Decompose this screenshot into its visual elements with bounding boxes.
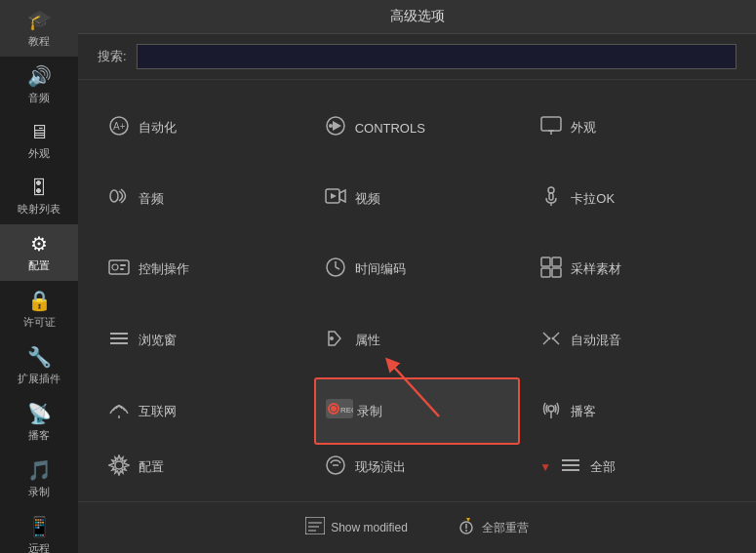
grid-item-automix[interactable]: 自动混音 bbox=[530, 307, 736, 375]
controls-icon bbox=[324, 115, 347, 141]
grid-item-broadcaster[interactable]: 播客 bbox=[530, 377, 736, 445]
broadcaster-label: 播客 bbox=[571, 403, 596, 420]
automation-label: 自动化 bbox=[139, 119, 177, 137]
sidebar-label-audio: 音频 bbox=[28, 91, 50, 105]
svg-point-18 bbox=[112, 264, 118, 270]
timecode-label: 时间编码 bbox=[355, 260, 406, 278]
sidebar-item-record[interactable]: 🎵 录制 bbox=[0, 451, 78, 507]
svg-point-42 bbox=[548, 406, 554, 412]
all-icon bbox=[559, 454, 582, 481]
config2-icon bbox=[107, 454, 131, 481]
svg-line-35 bbox=[552, 333, 559, 339]
svg-rect-24 bbox=[541, 257, 550, 266]
control-ops-label: 控制操作 bbox=[139, 260, 189, 278]
reset-all-label: 全部重营 bbox=[482, 520, 529, 536]
appearance2-label: 外观 bbox=[571, 119, 596, 137]
grid-item-automation[interactable]: A+ 自动化 bbox=[98, 95, 304, 162]
mapping-icon: 🎛 bbox=[29, 177, 49, 199]
config-icon: ⚙ bbox=[30, 232, 48, 256]
sample-label: 采样素材 bbox=[571, 260, 621, 278]
audio2-label: 音频 bbox=[139, 190, 164, 208]
show-modified-label: Show modified bbox=[331, 521, 408, 534]
svg-rect-25 bbox=[552, 257, 561, 266]
page-title: 高级选项 bbox=[390, 8, 445, 23]
sidebar-label-license: 许可证 bbox=[23, 315, 56, 330]
grid-item-config[interactable]: 配置 bbox=[98, 449, 304, 487]
svg-point-31 bbox=[330, 336, 334, 340]
grid-item-appearance[interactable]: 外观 bbox=[530, 95, 736, 162]
grid-item-sample[interactable]: 采样素材 bbox=[530, 236, 736, 303]
grid-item-video[interactable]: 视频 bbox=[314, 166, 521, 233]
grid-item-audio[interactable]: 音频 bbox=[98, 166, 304, 233]
svg-rect-19 bbox=[120, 264, 126, 266]
svg-marker-13 bbox=[331, 193, 337, 199]
broadcast-icon: 📡 bbox=[27, 402, 52, 425]
svg-point-55 bbox=[465, 530, 467, 532]
svg-line-23 bbox=[336, 267, 339, 269]
svg-point-6 bbox=[329, 124, 333, 128]
grid-item-properties[interactable]: 属性 bbox=[314, 307, 521, 375]
content-wrapper: A+ 自动化 CONTROLS 外观 音频 bbox=[78, 80, 756, 501]
svg-rect-49 bbox=[305, 517, 325, 534]
grid-item-all[interactable]: ▼ 全部 bbox=[530, 449, 736, 487]
bottom-bar: Show modified 全部重营 bbox=[78, 501, 756, 553]
show-modified-button[interactable]: Show modified bbox=[296, 513, 418, 542]
automix-label: 自动混音 bbox=[571, 332, 621, 349]
video-label: 视频 bbox=[355, 190, 380, 208]
sidebar-item-config[interactable]: ⚙ 配置 bbox=[0, 224, 78, 281]
sidebar-item-mapping[interactable]: 🎛 映射列表 bbox=[0, 169, 78, 224]
broadcaster-icon bbox=[539, 398, 563, 424]
svg-marker-12 bbox=[339, 190, 345, 202]
sidebar-item-license[interactable]: 🔒 许可证 bbox=[0, 281, 78, 337]
karaoke-icon bbox=[539, 185, 563, 212]
reset-all-button[interactable]: 全部重营 bbox=[447, 512, 538, 543]
control-ops-icon bbox=[107, 257, 131, 283]
grid-item-timecode[interactable]: 时间编码 bbox=[314, 236, 521, 303]
search-input[interactable] bbox=[137, 44, 736, 69]
plugins-icon: 🔧 bbox=[27, 345, 52, 369]
internet-label: 互联网 bbox=[139, 403, 177, 420]
sidebar-label-record: 录制 bbox=[28, 485, 50, 499]
automix-icon bbox=[539, 328, 563, 354]
browser-label: 浏览窗 bbox=[139, 332, 177, 349]
sidebar-label-mapping: 映射列表 bbox=[18, 202, 60, 217]
grid-item-karaoke[interactable]: 卡拉OK bbox=[530, 166, 736, 233]
config2-label: 配置 bbox=[139, 458, 164, 476]
grid-item-live[interactable]: 现场演出 bbox=[314, 449, 521, 487]
tutorial-icon: 🎓 bbox=[27, 8, 52, 31]
grid-item-browser[interactable]: 浏览窗 bbox=[98, 307, 304, 375]
search-bar: 搜索: bbox=[78, 34, 756, 80]
sidebar-label-appearance: 外观 bbox=[28, 146, 50, 161]
sidebar-item-broadcast[interactable]: 📡 播客 bbox=[0, 394, 78, 451]
svg-marker-5 bbox=[333, 121, 341, 131]
grid-item-control-ops[interactable]: 控制操作 bbox=[98, 236, 304, 303]
sidebar-item-audio[interactable]: 🔊 音频 bbox=[0, 57, 78, 113]
sidebar-label-config: 配置 bbox=[28, 258, 50, 273]
live-label: 现场演出 bbox=[355, 458, 406, 476]
svg-rect-15 bbox=[549, 193, 553, 200]
sidebar-label-tutorial: 教程 bbox=[28, 34, 50, 49]
svg-point-39 bbox=[331, 406, 337, 412]
svg-rect-27 bbox=[552, 268, 561, 277]
sidebar-item-plugins[interactable]: 🔧 扩展插件 bbox=[0, 337, 78, 394]
sidebar-label-plugins: 扩展插件 bbox=[18, 372, 60, 386]
record2-label: 录制 bbox=[357, 403, 382, 420]
show-modified-icon bbox=[305, 517, 325, 538]
svg-rect-26 bbox=[541, 268, 550, 277]
grid-item-record[interactable]: REC 录制 bbox=[314, 377, 521, 445]
sample-icon bbox=[539, 257, 563, 283]
properties-icon bbox=[324, 328, 347, 354]
appearance-icon: 🖥 bbox=[29, 121, 49, 143]
grid-item-internet[interactable]: 互联网 bbox=[98, 377, 304, 445]
grid-item-controls[interactable]: CONTROLS bbox=[314, 95, 521, 162]
browser-icon bbox=[107, 328, 131, 354]
remote-icon: 📱 bbox=[27, 515, 52, 538]
sidebar-item-tutorial[interactable]: 🎓 教程 bbox=[0, 0, 78, 57]
sidebar-item-remote[interactable]: 📱 远程 bbox=[0, 507, 78, 553]
svg-rect-20 bbox=[120, 268, 124, 270]
sidebar-item-appearance[interactable]: 🖥 外观 bbox=[0, 113, 78, 169]
audio2-icon bbox=[107, 185, 131, 212]
karaoke-label: 卡拉OK bbox=[571, 190, 615, 208]
video-icon bbox=[324, 185, 347, 212]
record-icon: 🎵 bbox=[27, 458, 52, 482]
